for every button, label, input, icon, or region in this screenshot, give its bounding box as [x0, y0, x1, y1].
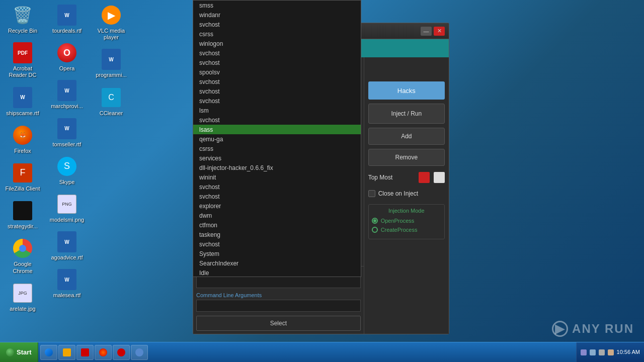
- open-process-label: OpenProcess: [381, 218, 415, 224]
- ccleaner-label: CCleaner: [100, 110, 123, 117]
- system-tray: 10:56 AM: [576, 342, 644, 362]
- strategydir-icon: [13, 201, 32, 220]
- taskbar-media[interactable]: [76, 345, 94, 360]
- desktop-icon-recycle-bin[interactable]: 🗑️ Recycle Bin: [3, 3, 43, 36]
- taskbar-ie[interactable]: [40, 345, 57, 360]
- open-process-radio[interactable]: [372, 218, 378, 224]
- user-icon: [135, 348, 143, 356]
- desktop-icon-modelsmi[interactable]: PNG modelsmi.png: [47, 192, 87, 225]
- hacks-button[interactable]: Hacks: [368, 81, 445, 100]
- create-process-label: CreateProcess: [381, 227, 418, 233]
- dropdown-item[interactable]: svchost: [193, 96, 361, 106]
- dropdown-item[interactable]: smss: [193, 1, 361, 10]
- opera-label: Opera: [59, 65, 75, 72]
- dropdown-item[interactable]: wininit: [193, 172, 361, 182]
- desktop-icon-chrome[interactable]: Google Chrome: [3, 236, 43, 276]
- taskbar-firefox-tray[interactable]: [95, 345, 112, 360]
- tourdeals-icon: W: [57, 5, 76, 26]
- desktop-icon-filezilla[interactable]: F FileZilla Client: [3, 160, 43, 194]
- desktop-icon-agoadvice[interactable]: W agoadvice.rtf: [47, 229, 87, 263]
- desktop-icon-arelate[interactable]: JPG arelate.jpg: [3, 281, 43, 314]
- process-dropdown[interactable]: smsswindanrsvchostcsrsswinlogonsvchostsv…: [193, 0, 361, 277]
- select-button[interactable]: Select: [196, 316, 361, 331]
- add-button[interactable]: Add: [368, 128, 445, 145]
- desktop-icon-tomseller[interactable]: W tomseller.rtf: [47, 116, 87, 150]
- dropdown-item[interactable]: svchost: [193, 58, 361, 67]
- filezilla-label: FileZilla Client: [5, 186, 40, 192]
- vlc-label: VLC media player: [93, 28, 129, 41]
- dropdown-item[interactable]: windanr: [193, 10, 361, 20]
- desktop: 🗑️ Recycle Bin PDF Acrobat Reader DC W s…: [0, 0, 644, 362]
- close-on-inject-checkbox[interactable]: [368, 190, 375, 197]
- agoadvice-icon: W: [57, 231, 76, 252]
- desktop-icon-programmi[interactable]: W programmi...: [91, 47, 131, 80]
- desktop-icon-firefox[interactable]: 🦊 Firefox: [3, 123, 43, 156]
- desktop-icon-shipscame[interactable]: W shipscame.rtf: [3, 85, 43, 119]
- dropdown-item[interactable]: csrss: [193, 144, 361, 153]
- chrome-icon: [13, 239, 32, 258]
- inject-run-button[interactable]: Inject / Run: [368, 104, 445, 124]
- dropdown-item[interactable]: svchost: [193, 192, 361, 201]
- desktop-icon-ccleaner[interactable]: C CCleaner: [91, 85, 131, 119]
- dropdown-item[interactable]: svchost: [193, 77, 361, 86]
- topmost-white-button[interactable]: [434, 172, 445, 183]
- remove-button[interactable]: Remove: [368, 149, 445, 166]
- desktop-icon-skype[interactable]: S Skype: [47, 154, 87, 188]
- close-on-inject-row: Close on Inject: [368, 189, 445, 198]
- dropdown-item[interactable]: dll-injector-hacker_0.6.6_fix: [193, 163, 361, 172]
- dropdown-item[interactable]: System: [193, 249, 361, 258]
- recycle-bin-icon: 🗑️: [13, 6, 33, 25]
- desktop-icon-strategydir[interactable]: strategydir...: [3, 198, 43, 232]
- filezilla-icon: F: [13, 163, 32, 183]
- dropdown-item[interactable]: spoolsv: [193, 67, 361, 77]
- desktop-icon-acrobat[interactable]: PDF Acrobat Reader DC: [3, 40, 43, 80]
- create-process-radio[interactable]: [372, 227, 378, 233]
- dropdown-item[interactable]: svchost: [193, 86, 361, 96]
- dropdown-item[interactable]: SearchIndexer: [193, 258, 361, 268]
- dropdown-item[interactable]: svchost: [193, 115, 361, 125]
- desktop-icon-opera[interactable]: O Opera: [47, 40, 87, 74]
- dropdown-item[interactable]: svchost: [193, 20, 361, 29]
- dropdown-item[interactable]: svchost: [193, 48, 361, 58]
- minimize-button[interactable]: —: [421, 27, 432, 36]
- tray-icon-1: [581, 349, 587, 355]
- taskbar-user[interactable]: [131, 345, 148, 360]
- desktop-icon-tourdeals[interactable]: W tourdeals.rtf: [47, 3, 87, 36]
- cmdline-input[interactable]: [196, 300, 361, 312]
- injection-mode-title: Injection Mode: [372, 208, 441, 214]
- firefox-label: Firefox: [14, 148, 31, 154]
- dropdown-item[interactable]: lsm: [193, 106, 361, 115]
- start-orb-icon: [6, 348, 14, 356]
- window-controls: — ✕: [421, 27, 445, 36]
- acrobat-icon: PDF: [13, 42, 32, 63]
- desktop-icon-malesea[interactable]: W malesea.rtf: [47, 267, 87, 301]
- taskbar-sec[interactable]: [113, 345, 130, 360]
- desktop-icons-container: 🗑️ Recycle Bin PDF Acrobat Reader DC W s…: [3, 3, 123, 324]
- shipscame-icon: W: [13, 87, 32, 108]
- dropdown-item[interactable]: taskeng: [193, 230, 361, 239]
- dropdown-item[interactable]: ctfmon: [193, 220, 361, 230]
- taskbar-folder[interactable]: [58, 345, 75, 360]
- folder-icon: [63, 348, 71, 356]
- executable-input[interactable]: [196, 276, 361, 288]
- tourdeals-label: tourdeals.rtf: [52, 28, 82, 34]
- close-button[interactable]: ✕: [434, 27, 445, 36]
- dropdown-item[interactable]: lsass: [193, 125, 361, 134]
- desktop-icon-marchprovi[interactable]: W marchprovi...: [47, 78, 87, 112]
- dropdown-item[interactable]: dwm: [193, 211, 361, 220]
- topmost-red-button[interactable]: [419, 172, 430, 183]
- dropdown-item[interactable]: svchost: [193, 239, 361, 249]
- open-process-radio-row[interactable]: OpenProcess: [372, 218, 441, 224]
- dropdown-item[interactable]: winlogon: [193, 39, 361, 48]
- dropdown-item[interactable]: csrss: [193, 29, 361, 39]
- sec-icon: [117, 348, 125, 356]
- desktop-icon-vlc[interactable]: ▶ VLC media player: [91, 3, 131, 43]
- dropdown-item[interactable]: explorer: [193, 201, 361, 211]
- create-process-radio-row[interactable]: CreateProcess: [372, 227, 441, 233]
- dropdown-item[interactable]: Idle: [193, 268, 361, 277]
- dropdown-item[interactable]: services: [193, 153, 361, 163]
- taskbar: Start: [0, 342, 644, 362]
- dropdown-item[interactable]: qemu-ga: [193, 134, 361, 144]
- dropdown-item[interactable]: svchost: [193, 182, 361, 192]
- start-button[interactable]: Start: [0, 342, 38, 362]
